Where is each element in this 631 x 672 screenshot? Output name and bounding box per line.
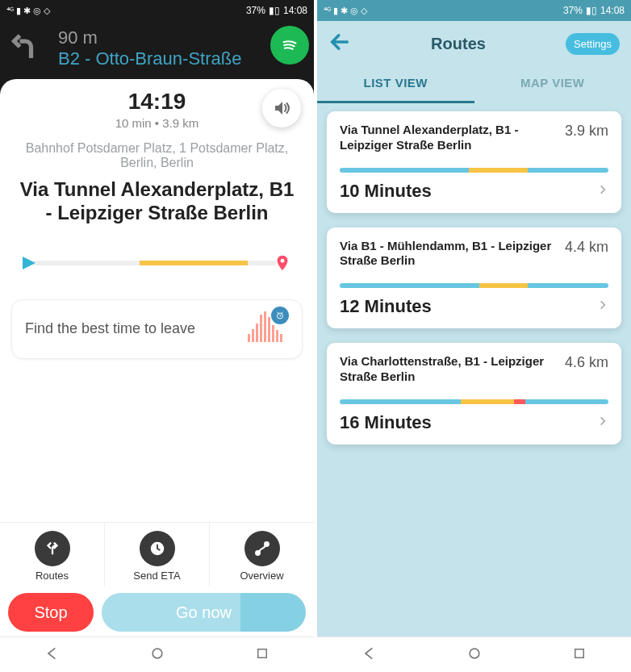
battery-pct: 37% [563,5,583,16]
battery-pct: 37% [246,5,265,16]
svg-point-7 [153,649,163,658]
tab-map-view[interactable]: MAP VIEW [474,65,632,103]
svg-point-9 [470,649,480,658]
svg-rect-10 [575,649,584,657]
stop-button[interactable]: Stop [8,593,94,632]
route-via-text: Via Charlottenstraße, B1 - Leipziger Str… [340,354,557,385]
recent-nav-icon[interactable] [255,646,270,664]
clock-icon [140,531,175,566]
traffic-condition-bar [340,399,608,404]
action-row: Routes Send ETA Overview [0,522,314,586]
start-marker-icon [23,257,36,269]
route-card[interactable]: Via Charlottenstraße, B1 - Leipziger Str… [327,343,621,445]
traffic-condition-bar [340,168,608,173]
svg-point-5 [256,551,260,555]
svg-point-2 [281,258,285,262]
destination-pin-icon [274,254,291,272]
overview-icon [244,531,280,566]
svg-marker-1 [23,257,36,269]
back-nav-icon[interactable] [361,645,378,665]
status-bar: ⁴ᴳ ▮ ✱ ◎ ◇ 37% ▮▯ 14:08 [317,0,631,21]
destination-address: Bahnhof Potsdamer Platz, 1 Potsdamer Pla… [0,133,314,175]
route-card[interactable]: Via B1 - Mühlendamm, B1 - Leipziger Stra… [327,227,621,329]
settings-button[interactable]: Settings [566,33,620,55]
traffic-condition-bar [340,283,608,288]
status-time: 14:08 [283,5,307,16]
best-time-label: Find the best time to leave [25,320,195,338]
route-distance: 4.6 km [565,354,608,385]
route-distance: 3.9 km [565,123,608,153]
routes-icon [35,531,70,566]
status-signal-icons: ⁴ᴳ ▮ ✱ ◎ ◇ [324,6,367,16]
send-eta-button[interactable]: Send ETA [105,523,210,586]
best-time-card[interactable]: Find the best time to leave [11,299,303,359]
chevron-right-icon [597,299,608,314]
status-bar: ⁴ᴳ ▮ ✱ ◎ ◇ 37% ▮▯ 14:08 [0,0,314,21]
back-button[interactable] [328,31,351,56]
route-via-text: Via B1 - Mühlendamm, B1 - Leipziger Stra… [340,239,557,269]
svg-point-6 [265,542,269,546]
route-time: 16 Minutes [340,412,432,433]
home-nav-icon[interactable] [149,645,165,665]
svg-rect-8 [258,649,267,657]
turn-left-icon [11,30,45,67]
route-time: 10 Minutes [340,181,432,202]
route-progress-bar [0,235,314,291]
sound-toggle-button[interactable] [262,89,301,127]
home-nav-icon[interactable] [466,645,483,665]
route-time: 12 Minutes [340,296,432,317]
spotify-button[interactable] [270,26,309,65]
page-title: Routes [431,35,486,53]
battery-icon: ▮▯ [586,5,597,16]
recent-nav-icon[interactable] [572,646,587,664]
routes-button[interactable]: Routes [0,523,105,586]
alarm-icon [271,307,289,324]
turn-street: B2 - Otto-Braun-Straße [58,48,241,69]
android-navbar [317,637,631,672]
eta-summary[interactable]: 14:19 10 min • 3.9 km [0,79,314,133]
android-navbar [0,637,314,672]
back-nav-icon[interactable] [44,645,61,665]
overview-button[interactable]: Overview [210,523,314,586]
tab-list-view[interactable]: LIST VIEW [317,65,474,103]
chevron-right-icon [597,415,608,430]
turn-instruction[interactable]: 90 m B2 - Otto-Braun-Straße [0,21,314,76]
best-time-chart-icon [240,311,289,347]
route-via-title: Via Tunnel Alexander­platz, B1 - Leipzig… [0,175,314,235]
route-distance: 4.4 km [565,239,608,269]
chevron-right-icon [597,184,608,198]
status-signal-icons: ⁴ᴳ ▮ ✱ ◎ ◇ [6,6,50,16]
battery-icon: ▮▯ [269,5,280,16]
route-via-text: Via Tunnel Alexanderplatz, B1 - Leipzige… [340,123,557,153]
status-time: 14:08 [600,5,625,16]
routes-list[interactable]: Via Tunnel Alexanderplatz, B1 - Leipzige… [317,103,631,637]
turn-distance: 90 m [58,27,241,48]
route-card[interactable]: Via Tunnel Alexanderplatz, B1 - Leipzige… [327,111,621,213]
go-now-button[interactable]: Go now [102,593,306,632]
